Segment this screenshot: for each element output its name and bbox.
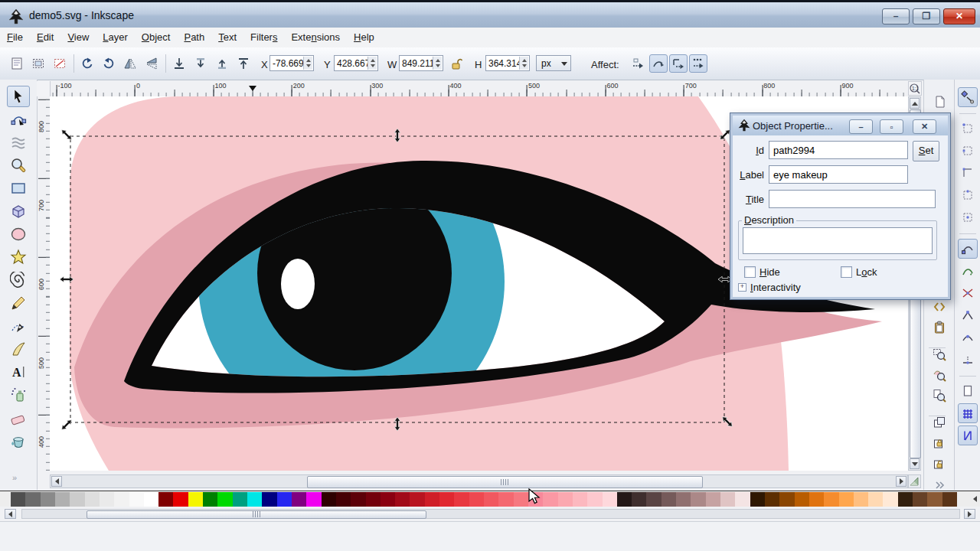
id-input[interactable]	[769, 141, 908, 159]
spiral-tool[interactable]	[7, 269, 30, 291]
snap-guides-toggle[interactable]	[958, 425, 978, 445]
palette-swatch[interactable]	[217, 492, 232, 507]
affect-corners-button[interactable]	[669, 54, 688, 73]
palette-swatch[interactable]	[617, 492, 632, 507]
maximize-button[interactable]: ❐	[913, 8, 940, 24]
text-tool[interactable]: A	[7, 361, 30, 383]
horizontal-scrollbar-thumb[interactable]	[307, 476, 703, 488]
affect-gradients-button[interactable]	[689, 54, 707, 73]
palette-swatch[interactable]	[114, 492, 129, 507]
new-document-button[interactable]	[929, 92, 949, 112]
snap-cusp-nodes-toggle[interactable]	[958, 305, 978, 325]
palette-scroll-right-icon[interactable]	[968, 511, 972, 517]
zoom-drawing-button[interactable]	[929, 365, 949, 385]
duplicate-button[interactable]	[929, 412, 949, 432]
palette-swatch[interactable]	[395, 492, 410, 507]
node-editor-tool[interactable]	[7, 109, 30, 130]
x-field[interactable]: -78.669	[270, 55, 314, 71]
horizontal-scrollbar[interactable]	[50, 474, 908, 488]
palette-swatch[interactable]	[292, 492, 306, 507]
palette-swatch[interactable]	[158, 492, 173, 507]
close-button[interactable]: ✕	[943, 8, 975, 24]
palette-swatch[interactable]	[720, 492, 735, 507]
rotate-ccw-button[interactable]	[78, 54, 96, 73]
palette-swatch[interactable]	[439, 492, 454, 507]
x-spinner[interactable]	[303, 57, 312, 70]
rectangle-tool[interactable]	[7, 178, 30, 199]
ellipse-tool[interactable]	[7, 223, 30, 245]
palette-swatch[interactable]	[351, 492, 365, 507]
menu-filters[interactable]: Filters	[243, 28, 284, 47]
set-button[interactable]: Set	[913, 141, 939, 161]
palette-swatch[interactable]	[514, 492, 528, 507]
flip-vertical-button[interactable]	[142, 54, 161, 73]
palette-swatch[interactable]	[410, 492, 424, 507]
palette-swatch[interactable]	[573, 492, 587, 507]
scroll-right-icon[interactable]	[900, 478, 903, 484]
palette-swatch[interactable]	[498, 492, 513, 507]
palette-scrollbar[interactable]	[0, 507, 980, 521]
palette-swatch[interactable]	[898, 492, 913, 507]
palette-swatch[interactable]	[41, 492, 55, 507]
menu-edit[interactable]: Edit	[30, 28, 60, 47]
pencil-tool[interactable]	[7, 292, 30, 314]
vertical-ruler[interactable]: 800700600500400	[37, 96, 51, 471]
palette-scrollbar-thumb[interactable]	[87, 510, 426, 519]
palette-swatch[interactable]	[144, 492, 158, 507]
palette-swatch[interactable]	[854, 492, 868, 507]
affect-move-patterns-button[interactable]	[629, 54, 648, 73]
snap-nodes-toggle[interactable]	[958, 239, 978, 259]
height-field[interactable]: 364.314	[485, 55, 530, 71]
selector-tool[interactable]	[7, 86, 30, 107]
palette-swatch[interactable]	[942, 492, 957, 507]
horizontal-ruler[interactable]: -10001002003004005006007008009001000	[50, 81, 908, 97]
palette-swatch[interactable]	[425, 492, 439, 507]
palette-swatch[interactable]	[55, 492, 70, 507]
palette-swatch[interactable]	[322, 492, 336, 507]
zoom-page-button[interactable]	[929, 386, 949, 406]
palette-swatch[interactable]	[454, 492, 469, 507]
snap-bbox-edge-midpoints-toggle[interactable]	[958, 185, 978, 205]
zoom-1-1-button[interactable]: 1:1	[908, 81, 922, 96]
color-management-toggle[interactable]	[908, 474, 921, 488]
palette-swatch[interactable]	[632, 492, 646, 507]
zoom-selection-button[interactable]	[929, 344, 949, 364]
lock-ratio-button[interactable]	[448, 54, 465, 73]
hide-checkbox[interactable]	[744, 266, 756, 278]
palette-swatch[interactable]	[824, 492, 838, 507]
palette-swatch[interactable]	[927, 492, 942, 507]
palette-swatch[interactable]	[839, 492, 854, 507]
dialog-minimize-button[interactable]: –	[849, 119, 873, 134]
pen-tool[interactable]	[7, 315, 30, 337]
palette-swatch[interactable]	[203, 492, 217, 507]
select-all-button[interactable]	[8, 54, 26, 73]
snap-path-intersections-toggle[interactable]	[958, 283, 978, 303]
palette-swatch[interactable]	[646, 492, 661, 507]
eraser-tool[interactable]	[7, 407, 30, 429]
title-input[interactable]	[769, 190, 936, 208]
box-3d-tool[interactable]	[7, 201, 30, 222]
scroll-up-icon[interactable]	[912, 102, 918, 106]
palette-swatch[interactable]	[188, 492, 203, 507]
palette-swatch[interactable]	[691, 492, 705, 507]
palette-swatch[interactable]	[735, 492, 750, 507]
star-tool[interactable]	[7, 246, 30, 268]
menu-file[interactable]: File	[0, 28, 30, 47]
affect-scale-stroke-button[interactable]	[649, 54, 668, 73]
menu-view[interactable]: View	[60, 28, 96, 47]
menu-object[interactable]: Object	[135, 28, 178, 47]
flip-horizontal-button[interactable]	[121, 54, 139, 73]
menu-layer[interactable]: Layer	[96, 28, 135, 47]
snap-bbox-centers-toggle[interactable]	[958, 207, 978, 227]
palette-swatch[interactable]	[336, 492, 351, 507]
palette-swatch[interactable]	[528, 492, 543, 507]
menu-path[interactable]: Path	[177, 28, 211, 47]
palette-swatch[interactable]	[100, 492, 114, 507]
snap-grids-toggle[interactable]	[958, 403, 978, 423]
menu-text[interactable]: Text	[211, 28, 243, 47]
units-dropdown[interactable]: px	[536, 55, 571, 71]
palette-swatch[interactable]	[306, 492, 321, 507]
snap-bbox-corners-toggle[interactable]	[958, 163, 978, 183]
zoom-tool[interactable]	[7, 155, 30, 176]
palette-swatch[interactable]	[11, 492, 25, 507]
